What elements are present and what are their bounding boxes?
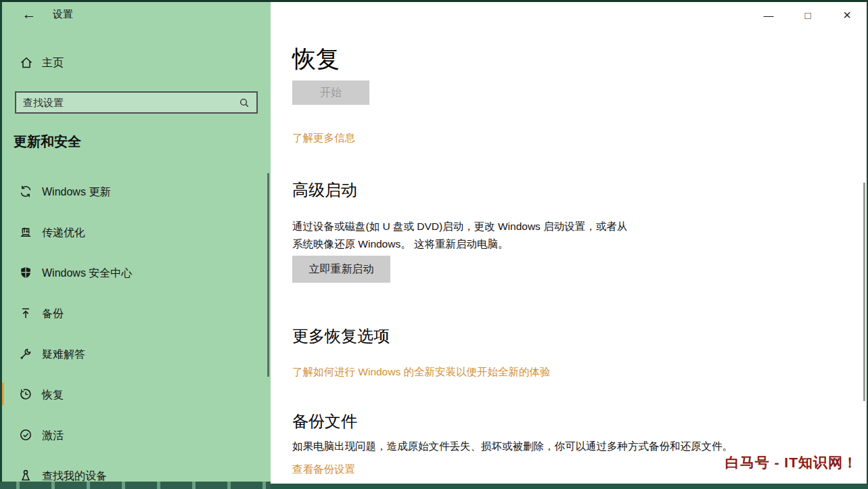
- window-controls: — □ ×: [749, 2, 867, 28]
- more-recovery-options-heading: 更多恢复选项: [292, 325, 390, 347]
- search-box: [15, 91, 258, 114]
- sidebar: ← 设置 主页 更新和安全: [0, 0, 271, 489]
- backup-icon: [18, 306, 33, 321]
- wrench-icon: [18, 346, 33, 361]
- backup-files-heading: 备份文件: [292, 411, 357, 432]
- advanced-startup-description: 通过设备或磁盘(如 U 盘或 DVD)启动，更改 Windows 启动设置，或者…: [292, 218, 627, 253]
- sidebar-item-activation[interactable]: 激活: [0, 415, 271, 455]
- locate-icon: [18, 468, 33, 483]
- more-info-link[interactable]: 了解更多信息: [292, 131, 355, 145]
- sidebar-item-home[interactable]: 主页: [0, 53, 271, 74]
- window-border-top: [0, 0, 868, 2]
- back-button[interactable]: ←: [18, 4, 41, 24]
- sidebar-item-label: 传递优化: [42, 226, 85, 240]
- check-circle-icon: [18, 427, 33, 442]
- shield-icon: [18, 265, 33, 280]
- delivery-optimization-icon: [18, 225, 33, 239]
- home-icon: [19, 55, 34, 70]
- sidebar-item-label: 疑难解答: [42, 348, 85, 362]
- close-button[interactable]: ×: [827, 2, 867, 28]
- start-button[interactable]: 开始: [292, 80, 369, 105]
- sidebar-item-troubleshoot[interactable]: 疑难解答: [0, 333, 271, 374]
- minimize-button[interactable]: —: [749, 2, 788, 28]
- advanced-startup-heading: 高级启动: [292, 179, 357, 201]
- advanced-startup-line1: 通过设备或磁盘(如 U 盘或 DVD)启动，更改 Windows 启动设置，或者…: [292, 220, 627, 232]
- sidebar-item-label: 备份: [42, 307, 64, 321]
- sidebar-nav-list: Windows 更新 传递优化: [0, 171, 271, 489]
- sidebar-item-delivery-optimization[interactable]: 传递优化: [0, 212, 271, 252]
- clean-install-link[interactable]: 了解如何进行 Windows 的全新安装以便开始全新的体验: [292, 365, 551, 379]
- sidebar-item-label: 主页: [42, 56, 64, 70]
- sidebar-item-windows-security[interactable]: Windows 安全中心: [0, 252, 271, 293]
- settings-window: ← 设置 主页 更新和安全: [0, 0, 868, 489]
- bottom-edge-strip-left: [0, 482, 271, 489]
- sync-icon: [18, 184, 33, 199]
- backup-files-description: 如果电脑出现问题，造成原始文件丢失、损坏或被删除，你可以通过多种方式备份和还原文…: [292, 440, 733, 454]
- sidebar-scrollbar-thumb[interactable]: [267, 173, 269, 377]
- back-arrow-icon: ←: [22, 6, 37, 22]
- history-icon: [18, 387, 33, 402]
- sidebar-item-backup[interactable]: 备份: [0, 293, 271, 333]
- sidebar-item-label: 恢复: [42, 388, 64, 402]
- app-title: 设置: [53, 8, 73, 21]
- backup-settings-link[interactable]: 查看备份设置: [292, 463, 355, 477]
- watermark-text: 白马号 - IT知识网！: [725, 453, 858, 472]
- sidebar-item-label: 激活: [42, 429, 64, 443]
- category-title: 更新和安全: [14, 133, 81, 151]
- window-border-left: [0, 0, 2, 489]
- main-scrollbar-thumb[interactable]: [863, 183, 865, 401]
- restart-now-button[interactable]: 立即重新启动: [292, 256, 390, 283]
- sidebar-item-label: Windows 更新: [42, 185, 110, 200]
- page-title: 恢复: [292, 43, 340, 75]
- sidebar-item-windows-update[interactable]: Windows 更新: [0, 171, 271, 212]
- sidebar-item-label: Windows 安全中心: [42, 266, 132, 281]
- maximize-button[interactable]: □: [788, 2, 827, 28]
- search-icon[interactable]: [238, 97, 251, 110]
- advanced-startup-line2: 系统映像还原 Windows。 这将重新启动电脑。: [292, 238, 509, 250]
- search-input[interactable]: [16, 93, 256, 112]
- sidebar-item-recovery[interactable]: 恢复: [0, 374, 271, 415]
